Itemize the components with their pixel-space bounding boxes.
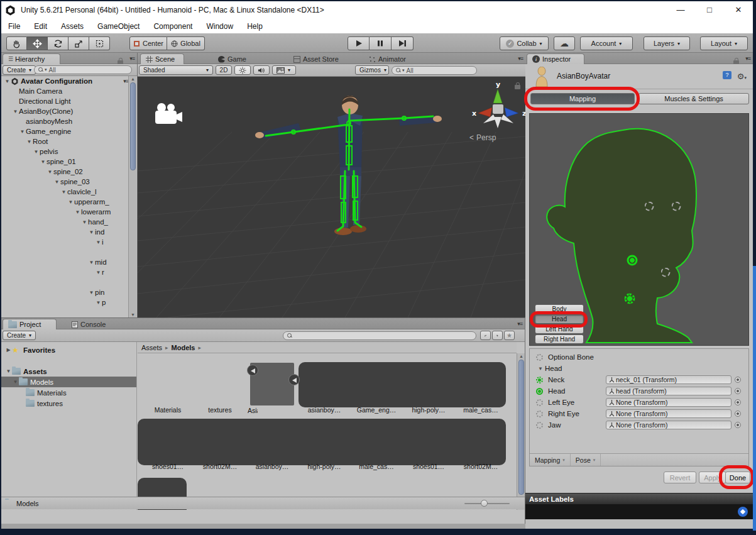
tab-console[interactable]: Console (72, 319, 106, 329)
menu-item[interactable]: Component (146, 22, 199, 31)
menu-item[interactable]: GameObject (90, 22, 146, 31)
menu-item[interactable]: File (1, 22, 27, 31)
effects-dropdown[interactable] (272, 65, 296, 75)
gizmos-dropdown[interactable]: Gizmos (355, 65, 389, 75)
project-scrollbar[interactable]: ▲▼ (517, 353, 525, 510)
axis-y-label[interactable]: y (496, 80, 500, 89)
project-tree-item[interactable] (1, 355, 136, 366)
body-part-button[interactable]: Body (535, 304, 584, 314)
label-tag-icon[interactable] (738, 507, 748, 517)
project-tree-item[interactable]: Materials (1, 387, 136, 398)
hand-tool-button[interactable] (6, 36, 27, 50)
project-search-input[interactable] (283, 331, 476, 340)
hierarchy-item[interactable]: ▼pin (1, 287, 137, 297)
mapping-menu[interactable]: Mapping (530, 454, 571, 466)
hierarchy-item[interactable]: ▼i (1, 237, 137, 247)
search-by-label-button[interactable] (492, 331, 503, 340)
scene-search-input[interactable]: ▾All (392, 66, 477, 75)
asset-item[interactable]: high-poly… (403, 365, 454, 414)
asset-item[interactable]: high-poly… (299, 421, 349, 470)
hierarchy-scrollbar[interactable]: ▲▼ (128, 76, 136, 317)
hierarchy-item[interactable] (1, 277, 137, 287)
asset-item[interactable]: asianboy… (247, 421, 297, 470)
layout-button[interactable]: Layout (700, 36, 748, 50)
tab-animator[interactable]: Animator (369, 54, 406, 64)
tab-scene[interactable]: Scene (140, 53, 184, 64)
head-section-foldout[interactable]: ▼Head (530, 363, 748, 374)
move-tool-button[interactable] (27, 36, 48, 50)
collab-button[interactable]: ✓Collab (500, 36, 549, 50)
draw-mode-dropdown[interactable]: Shaded (139, 65, 213, 75)
object-picker-icon[interactable] (735, 411, 741, 417)
close-icon[interactable]: ✕ (724, 1, 753, 19)
2d-toggle[interactable]: 2D (216, 65, 232, 75)
body-part-button[interactable]: Head (535, 314, 584, 324)
character-model[interactable] (255, 88, 443, 245)
menu-item[interactable]: Help (240, 22, 270, 31)
axis-x-label[interactable]: x (472, 109, 476, 118)
scene-viewport[interactable]: y x z Persp (138, 77, 525, 317)
tab-inspector[interactable]: iInspector (527, 53, 584, 64)
help-icon[interactable] (723, 71, 731, 79)
search-by-type-button[interactable] (480, 331, 491, 340)
asset-item[interactable]: asianboy… (299, 365, 349, 414)
object-picker-icon[interactable] (735, 388, 741, 394)
tab-mapping[interactable]: Mapping (530, 93, 635, 104)
scale-tool-button[interactable] (68, 36, 89, 50)
bone-object-field[interactable]: neck_01 (Transform) (606, 375, 731, 384)
asset-item[interactable]: short02M… (195, 421, 245, 470)
asset-item[interactable]: shoes01… (403, 421, 454, 470)
expand-subassets-button[interactable] (288, 374, 300, 385)
hierarchy-item[interactable]: Directional Light (1, 96, 137, 106)
left-eye-dot[interactable] (645, 202, 654, 211)
asset-item[interactable]: shoes01… (143, 421, 193, 470)
rotate-tool-button[interactable] (48, 36, 68, 50)
hierarchy-item[interactable]: ▼Game_engine (1, 126, 137, 136)
tab-game[interactable]: Game (218, 54, 246, 64)
menu-item[interactable]: Assets (54, 22, 90, 31)
right-eye-dot[interactable] (672, 202, 681, 211)
menu-item[interactable]: Edit (27, 22, 54, 31)
head-dot[interactable] (627, 255, 638, 266)
scene-lock-icon[interactable] (515, 80, 520, 92)
hierarchy-item[interactable]: ▼clavicle_l (1, 187, 137, 197)
project-tree-item[interactable]: ▼Assets (1, 366, 136, 377)
bone-object-field[interactable]: None (Transform) (606, 421, 731, 429)
project-tree-item[interactable]: textures (1, 398, 136, 409)
play-button[interactable] (348, 36, 370, 50)
panel-menu-icon[interactable]: ▾≡ (517, 321, 522, 327)
project-tree-item[interactable]: ▼Models (1, 377, 136, 387)
minimize-icon[interactable]: — (666, 1, 695, 19)
scene-menu-icon[interactable]: ▾≡ (123, 78, 128, 84)
body-part-button[interactable]: Left Hand (535, 324, 584, 334)
hierarchy-root-item[interactable]: ▼ Avatar Configuration ▾≡ (1, 76, 137, 86)
project-tree-item[interactable]: ▶Favorites (1, 345, 136, 355)
bone-object-field[interactable]: None (Transform) (606, 409, 731, 418)
step-button[interactable] (392, 36, 414, 50)
hierarchy-item[interactable]: ▼spine_02 (1, 167, 137, 177)
tab-hierarchy[interactable]: ☰Hierarchy (3, 53, 60, 64)
hierarchy-item[interactable]: ▼p (1, 297, 137, 307)
hierarchy-item[interactable]: ▼upperarm_ (1, 197, 137, 207)
asset-item[interactable]: male_cas… (456, 365, 506, 414)
panel-menu-icon[interactable]: ▾≡ (129, 55, 134, 62)
gear-icon[interactable] (737, 70, 747, 82)
panel-menu-icon[interactable]: ▾≡ (518, 55, 523, 62)
bone-object-field[interactable]: None (Transform) (606, 398, 731, 407)
asset-item[interactable]: male_cas… (351, 421, 402, 470)
hierarchy-item[interactable]: ▼r (1, 267, 137, 277)
revert-button[interactable]: Revert (664, 472, 696, 483)
panel-menu-icon[interactable]: ▾≡ (745, 55, 750, 62)
pivot-button[interactable]: Center (129, 36, 167, 50)
hierarchy-item[interactable]: asianboyMesh (1, 116, 137, 126)
hierarchy-item[interactable]: ▼spine_01 (1, 157, 137, 167)
space-button[interactable]: Global (167, 36, 205, 50)
perspective-label[interactable]: Persp (469, 133, 496, 142)
tab-muscles-settings[interactable]: Muscles & Settings (638, 93, 749, 104)
project-scrollbar-thumb[interactable] (518, 360, 524, 495)
thumbnail-zoom-slider[interactable] (464, 503, 510, 504)
hierarchy-scrollbar-thumb[interactable] (130, 82, 136, 170)
audio-toggle[interactable] (253, 65, 270, 75)
breadcrumb-item[interactable]: Assets (141, 344, 172, 351)
tab-project[interactable]: Project (3, 319, 57, 329)
